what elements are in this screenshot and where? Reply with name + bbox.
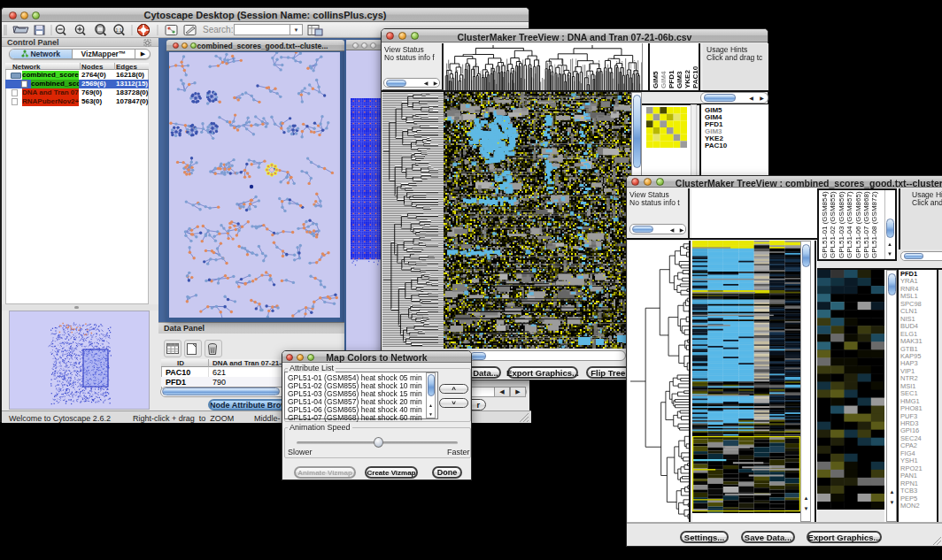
svg-text:Search:: Search: [203,25,233,35]
svg-text:1:1: 1:1 [116,27,122,33]
